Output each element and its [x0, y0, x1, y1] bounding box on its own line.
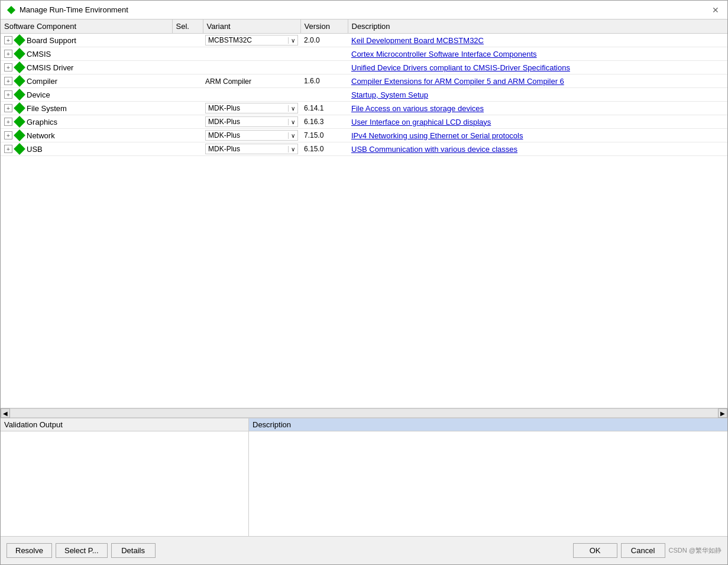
variant-dropdown-file-system[interactable]: ∨ [288, 105, 297, 112]
resolve-button[interactable]: Resolve [7, 543, 52, 558]
cancel-button[interactable]: Cancel [621, 543, 665, 558]
description-cell-usb[interactable]: USB Communication with various device cl… [348, 142, 727, 156]
description-header: Description [249, 418, 727, 431]
component-name-network: Network [27, 131, 55, 140]
component-name-compiler: Compiler [27, 77, 57, 86]
variant-text-compiler: ARM Compiler [205, 77, 251, 86]
sel-cell-usb [172, 142, 203, 156]
expand-icon-board-support[interactable]: + [4, 36, 12, 44]
table-row: + Graphics MDK-Plus ∨ 6.16.3User Interfa… [1, 115, 727, 129]
title-bar-left: Manage Run-Time Environment [7, 5, 128, 15]
description-cell-cmsis-driver[interactable]: Unified Device Drivers compliant to CMSI… [348, 61, 727, 74]
select-p-button[interactable]: Select P... [56, 543, 108, 558]
table-body: + Board Support MCBSTM32C ∨ 2.0.0Keil De… [1, 34, 727, 156]
table-row: + CMSIS Driver Unified Device Drivers co… [1, 61, 727, 74]
variant-dropdown-usb[interactable]: ∨ [288, 146, 297, 152]
description-link-cmsis[interactable]: Cortex Microcontroller Software Interfac… [351, 50, 537, 59]
component-name-usb: USB [27, 145, 43, 154]
title-bar: Manage Run-Time Environment ✕ [1, 1, 727, 20]
main-content: Software Component Sel. Variant Version … [1, 20, 727, 536]
sel-cell-cmsis [172, 47, 203, 61]
table-row: + Network MDK-Plus ∨ 7.15.0IPv4 Networki… [1, 129, 727, 142]
sel-cell-compiler [172, 74, 203, 88]
table-area[interactable]: Software Component Sel. Variant Version … [1, 20, 727, 408]
variant-text-graphics: MDK-Plus [206, 117, 288, 126]
description-link-graphics[interactable]: User Interface on graphical LCD displays [351, 118, 491, 126]
component-cell-compiler: + Compiler [1, 74, 172, 88]
validation-content [1, 431, 248, 536]
expand-icon-graphics[interactable]: + [4, 118, 12, 126]
table-row: + USB MDK-Plus ∨ 6.15.0USB Communication… [1, 142, 727, 156]
col-header-version: Version [300, 20, 348, 34]
component-name-cmsis-driver: CMSIS Driver [27, 63, 73, 72]
expand-icon-compiler[interactable]: + [4, 77, 12, 85]
version-cell-usb: 6.15.0 [300, 142, 348, 156]
variant-cell-graphics: MDK-Plus ∨ [203, 115, 300, 129]
table-row: + Compiler ARM Compiler1.6.0Compiler Ext… [1, 74, 727, 88]
variant-cell-usb: MDK-Plus ∨ [203, 142, 300, 156]
description-cell-board-support[interactable]: Keil Development Board MCBSTM32C [348, 34, 727, 47]
description-link-board-support[interactable]: Keil Development Board MCBSTM32C [351, 36, 484, 45]
component-cell-network: + Network [1, 129, 172, 142]
variant-dropdown-network[interactable]: ∨ [288, 132, 297, 139]
description-link-device[interactable]: Startup, System Setup [351, 90, 428, 99]
table-row: + Device Startup, System Setup [1, 88, 727, 102]
variant-cell-network: MDK-Plus ∨ [203, 129, 300, 142]
component-icon-usb [14, 143, 25, 155]
description-cell-device[interactable]: Startup, System Setup [348, 88, 727, 102]
component-cell-device: + Device [1, 88, 172, 102]
scroll-track[interactable] [10, 409, 718, 417]
svg-rect-0 [7, 5, 15, 14]
component-icon-board-support [14, 34, 25, 46]
variant-cell-cmsis [203, 47, 300, 61]
version-cell-file-system: 6.14.1 [300, 102, 348, 115]
variant-text-board-support: MCBSTM32C [206, 35, 288, 45]
scroll-left-button[interactable]: ◀ [1, 408, 10, 418]
description-cell-graphics[interactable]: User Interface on graphical LCD displays [348, 115, 727, 129]
component-name-cmsis: CMSIS [27, 50, 51, 59]
description-link-compiler[interactable]: Compiler Extensions for ARM Compiler 5 a… [351, 77, 564, 86]
expand-icon-cmsis[interactable]: + [4, 50, 12, 58]
variant-dropdown-board-support[interactable]: ∨ [288, 37, 297, 44]
col-header-description: Description [348, 20, 727, 34]
component-cell-cmsis: + CMSIS [1, 47, 172, 61]
component-icon-device [14, 89, 25, 100]
description-link-network[interactable]: IPv4 Networking using Ethernet or Serial… [351, 131, 523, 140]
variant-text-usb: MDK-Plus [206, 144, 288, 154]
expand-icon-usb[interactable]: + [4, 145, 12, 153]
component-cell-board-support: + Board Support [1, 34, 172, 47]
col-header-component: Software Component [1, 20, 172, 34]
component-name-board-support: Board Support [27, 36, 76, 45]
description-cell-cmsis[interactable]: Cortex Microcontroller Software Interfac… [348, 47, 727, 61]
sel-cell-cmsis-driver [172, 61, 203, 74]
main-window: Manage Run-Time Environment ✕ Software C… [0, 0, 728, 565]
component-icon-graphics [14, 116, 25, 128]
variant-text-network: MDK-Plus [206, 131, 288, 140]
expand-icon-file-system[interactable]: + [4, 104, 12, 112]
description-link-cmsis-driver[interactable]: Unified Device Drivers compliant to CMSI… [351, 63, 570, 72]
scroll-right-button[interactable]: ▶ [718, 408, 727, 418]
version-cell-cmsis-driver [300, 61, 348, 74]
expand-icon-device[interactable]: + [4, 90, 12, 99]
horizontal-scrollbar[interactable]: ◀ ▶ [1, 408, 727, 418]
col-header-sel: Sel. [172, 20, 203, 34]
description-link-file-system[interactable]: File Access on various storage devices [351, 104, 484, 113]
description-content [249, 431, 727, 536]
variant-cell-file-system: MDK-Plus ∨ [203, 102, 300, 115]
component-cell-usb: + USB [1, 142, 172, 156]
description-cell-file-system[interactable]: File Access on various storage devices [348, 102, 727, 115]
close-button[interactable]: ✕ [710, 4, 721, 16]
ok-button[interactable]: OK [573, 543, 617, 558]
component-name-graphics: Graphics [27, 118, 57, 126]
version-cell-network: 7.15.0 [300, 129, 348, 142]
expand-icon-cmsis-driver[interactable]: + [4, 63, 12, 72]
validation-header: Validation Output [1, 418, 248, 431]
details-button[interactable]: Details [111, 543, 156, 558]
col-header-variant: Variant [203, 20, 300, 34]
description-cell-network[interactable]: IPv4 Networking using Ethernet or Serial… [348, 129, 727, 142]
variant-dropdown-graphics[interactable]: ∨ [288, 119, 297, 125]
expand-icon-network[interactable]: + [4, 131, 12, 139]
description-link-usb[interactable]: USB Communication with various device cl… [351, 145, 517, 154]
description-cell-compiler[interactable]: Compiler Extensions for ARM Compiler 5 a… [348, 74, 727, 88]
component-cell-graphics: + Graphics [1, 115, 172, 129]
